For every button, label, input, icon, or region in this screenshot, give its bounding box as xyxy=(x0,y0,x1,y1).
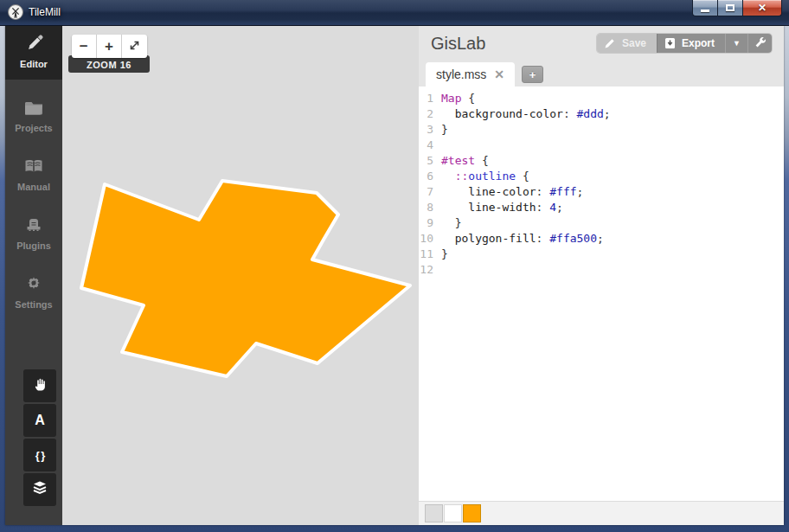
code-line: 4 xyxy=(419,138,784,153)
export-label: Export xyxy=(682,37,715,49)
line-number: 5 xyxy=(419,153,441,169)
map-polygon-feature xyxy=(62,26,419,525)
sidebar-item-label: Settings xyxy=(15,299,52,310)
pan-tool-button[interactable] xyxy=(23,369,56,402)
panel-header: GisLab Save xyxy=(419,26,784,61)
sidebar-item-editor[interactable]: Editor xyxy=(5,26,62,80)
book-icon xyxy=(5,157,62,176)
carto-reference-button[interactable]: { } xyxy=(23,439,56,471)
zoom-out-button[interactable]: − xyxy=(72,35,96,58)
line-number: 8 xyxy=(419,200,441,215)
code-line: 10 polygon-fill: #ffa500; xyxy=(419,231,784,247)
gear-icon xyxy=(5,274,62,293)
chevron-down-icon: ▼ xyxy=(733,39,741,48)
line-number: 10 xyxy=(419,231,441,247)
layers-tool-button[interactable] xyxy=(23,473,56,506)
sidebar-item-settings[interactable]: Settings xyxy=(5,266,62,320)
panel-footer xyxy=(419,501,784,525)
line-number: 6 xyxy=(419,169,441,184)
title-bar[interactable]: TileMill ✕ xyxy=(0,0,789,26)
fonts-tool-button[interactable]: A xyxy=(23,404,56,437)
fullscreen-button[interactable] xyxy=(121,35,146,58)
code-line: 12 xyxy=(419,262,784,278)
tilemill-windmill-icon xyxy=(8,4,23,20)
line-number: 1 xyxy=(419,91,441,106)
add-stylesheet-button[interactable]: + xyxy=(522,66,543,83)
tab-style-mss[interactable]: style.mss ✕ xyxy=(426,62,515,87)
orange-polygon xyxy=(81,181,410,376)
line-number: 9 xyxy=(419,215,441,231)
code-editor[interactable]: 1Map {2 background-color: #ddd;3}4 5#tes… xyxy=(419,87,784,501)
maximize-icon xyxy=(726,4,734,11)
color-swatch-ffa500[interactable] xyxy=(463,504,481,522)
line-number: 11 xyxy=(419,247,441,262)
map-canvas[interactable]: − + ZOOM 16 xyxy=(62,26,419,525)
folder-icon xyxy=(5,98,62,117)
layers-icon xyxy=(31,480,48,499)
sidebar-item-projects[interactable]: Projects xyxy=(5,90,62,144)
code-line: 2 background-color: #ddd; xyxy=(419,106,784,122)
sidebar: Editor Projects xyxy=(5,26,62,525)
tab-close-icon[interactable]: ✕ xyxy=(494,68,504,80)
code-line: 9 } xyxy=(419,215,784,231)
zoom-in-button[interactable]: + xyxy=(96,35,121,58)
sidebar-item-label: Projects xyxy=(15,123,52,133)
code-line: 11} xyxy=(419,247,784,262)
expand-arrow-icon xyxy=(129,38,140,55)
line-number: 7 xyxy=(419,184,441,200)
color-swatch-fff[interactable] xyxy=(444,504,462,522)
window-title: TileMill xyxy=(29,6,61,18)
line-number: 2 xyxy=(419,106,441,122)
code-line: 7 line-color: #fff; xyxy=(419,184,784,200)
minimize-button[interactable] xyxy=(692,0,718,16)
tab-bar: style.mss ✕ + xyxy=(419,61,784,87)
line-number: 4 xyxy=(419,138,441,153)
project-title: GisLab xyxy=(431,34,597,54)
map-tools: A { } xyxy=(23,369,56,508)
tab-label: style.mss xyxy=(436,67,486,81)
export-menu-button[interactable]: ▼ xyxy=(725,34,747,53)
project-settings-button[interactable] xyxy=(747,34,772,53)
line-number: 12 xyxy=(419,262,441,278)
sidebar-item-plugins[interactable]: Plugins xyxy=(5,208,62,261)
sidebar-item-label: Plugins xyxy=(16,240,51,251)
color-swatch-ddd[interactable] xyxy=(425,504,443,522)
pencil-icon xyxy=(604,37,616,49)
zoom-control: − + ZOOM 16 xyxy=(68,35,150,73)
braces-icon: { } xyxy=(35,449,45,462)
project-panel: GisLab Save xyxy=(419,26,784,525)
window-controls: ✕ xyxy=(692,0,782,16)
close-button[interactable]: ✕ xyxy=(743,0,782,16)
download-icon xyxy=(664,37,676,49)
wrench-icon xyxy=(754,36,767,51)
app-window: TileMill ✕ Editor xyxy=(0,0,789,532)
letter-a-icon: A xyxy=(35,413,45,428)
line-number: 3 xyxy=(419,122,441,138)
close-icon: ✕ xyxy=(758,3,767,13)
maximize-button[interactable] xyxy=(718,0,743,16)
export-button[interactable]: Export xyxy=(657,34,725,53)
action-buttons: Save Export ▼ xyxy=(597,34,772,53)
sidebar-item-label: Editor xyxy=(20,59,48,69)
zoom-level-label: ZOOM 16 xyxy=(68,55,150,73)
pencil-icon xyxy=(5,34,62,53)
code-line: 3} xyxy=(419,122,784,138)
sidebar-item-manual[interactable]: Manual xyxy=(5,149,62,202)
minimize-icon xyxy=(701,10,709,12)
hand-icon xyxy=(31,375,48,396)
code-line: 5#test { xyxy=(419,153,784,169)
plugin-icon xyxy=(5,215,62,234)
save-button[interactable]: Save xyxy=(597,34,657,53)
code-line: 8 line-width: 4; xyxy=(419,200,784,215)
window-frame: Editor Projects xyxy=(0,26,789,532)
save-label: Save xyxy=(622,37,646,49)
code-line: 6 ::outline { xyxy=(419,169,784,184)
code-line: 1Map { xyxy=(419,91,784,106)
sidebar-item-label: Manual xyxy=(17,182,50,192)
